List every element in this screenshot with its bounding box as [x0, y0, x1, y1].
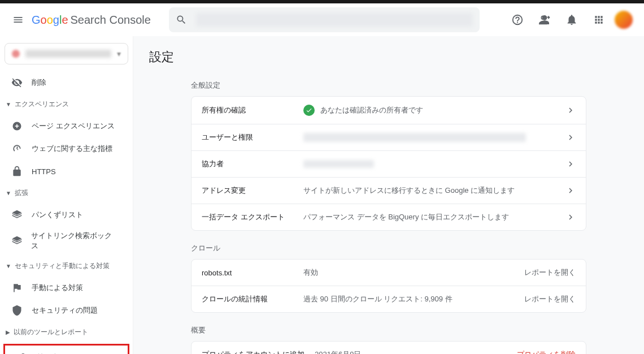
- chevron-right-icon: [565, 185, 576, 196]
- sidebar-item-core-web-vitals[interactable]: ウェブに関する主な指標: [0, 137, 126, 160]
- row-label: クロールの統計情報: [202, 294, 303, 304]
- chevron-right-icon: [565, 132, 576, 143]
- sidebar-label: リンク: [37, 352, 59, 354]
- check-icon: [303, 105, 315, 116]
- notifications-button[interactable]: [560, 8, 583, 31]
- sidebar-item-remove[interactable]: 削除: [0, 71, 126, 94]
- speedometer-icon: [10, 142, 24, 156]
- row-label: ユーザーと権限: [202, 132, 303, 143]
- row-bulk-export[interactable]: 一括データ エクスポート パフォーマンス データを BigQuery に毎日エク…: [192, 204, 586, 230]
- row-associates[interactable]: 協力者: [192, 150, 586, 177]
- highlight-annotation: リンク: [3, 344, 129, 354]
- row-crawl-stats[interactable]: クロールの統計情報 過去 90 日間のクロール リクエスト: 9,909 件 レ…: [192, 286, 586, 312]
- sidebar-item-security-issues[interactable]: セキュリティの問題: [0, 299, 126, 322]
- sidebar-label: セキュリティの問題: [32, 305, 98, 316]
- link-icon: [15, 350, 29, 354]
- sidebar-item-manual-actions[interactable]: 手動による対策: [0, 277, 126, 299]
- sidebar: ▾ 削除 ▼ エクスペリエンス ページ エクスペリエンス ウェブに関する主な指標…: [0, 36, 133, 354]
- property-favicon: [12, 50, 20, 58]
- property-selector[interactable]: ▾: [5, 43, 128, 64]
- value-redacted: [303, 160, 374, 168]
- header-actions: [506, 8, 637, 31]
- sidebar-section-experience[interactable]: ▼ エクスペリエンス: [0, 94, 133, 115]
- row-value-text: 2021年6月9日: [315, 349, 517, 354]
- overview-card: プロパティをアカウントに追加 2021年6月9日 プロパティを削除: [191, 341, 586, 354]
- row-label: robots.txt: [202, 269, 303, 277]
- search-icon: [176, 14, 187, 25]
- row-value-text: あなたは確認済みの所有者です: [320, 105, 423, 115]
- chevron-down-icon: ▼: [6, 190, 11, 196]
- sidebar-section-enhancements[interactable]: ▼ 拡張: [0, 183, 133, 204]
- layers-icon: [10, 234, 23, 248]
- sidebar-label: HTTPS: [32, 167, 56, 176]
- sidebar-item-sitelinks[interactable]: サイトリンク検索ボックス: [0, 226, 126, 256]
- open-report-link[interactable]: レポートを開く: [524, 267, 576, 278]
- flag-icon: [10, 281, 24, 295]
- sidebar-item-breadcrumbs[interactable]: パンくずリスト: [0, 204, 126, 226]
- row-ownership[interactable]: 所有権の確認 あなたは確認済みの所有者です: [192, 97, 586, 124]
- section-label: 以前のツールとレポート: [14, 327, 88, 337]
- property-name-redacted: [25, 50, 111, 58]
- sidebar-label: ウェブに関する主な指標: [32, 144, 112, 154]
- sidebar-item-page-experience[interactable]: ページ エクスペリエンス: [0, 115, 126, 137]
- row-label: プロパティをアカウントに追加: [202, 349, 315, 354]
- delete-property-link[interactable]: プロパティを削除: [517, 349, 576, 354]
- chevron-right-icon: ▶: [6, 329, 10, 335]
- section-label: セキュリティと手動による対策: [15, 261, 110, 271]
- sidebar-item-https[interactable]: HTTPS: [0, 160, 126, 183]
- search-input[interactable]: [169, 7, 480, 32]
- hide-icon: [10, 76, 24, 89]
- help-button[interactable]: [506, 8, 529, 31]
- chevron-right-icon: [565, 159, 576, 169]
- chevron-down-icon: ▼: [6, 101, 11, 107]
- row-value-text: 有効: [303, 267, 524, 278]
- hamburger-icon: [12, 14, 24, 25]
- main-content: 設定 全般設定 所有権の確認 あなたは確認済みの所有者です ユーザーと権限: [133, 36, 644, 354]
- section-title-overview: 概要: [191, 325, 586, 335]
- row-robots[interactable]: robots.txt 有効 レポートを開く: [192, 260, 586, 286]
- general-card: 所有権の確認 あなたは確認済みの所有者です ユーザーと権限 協力者: [191, 96, 586, 231]
- row-change-address[interactable]: アドレス変更 サイトが新しいアドレスに移行するときに Google に通知します: [192, 177, 586, 204]
- bell-icon: [565, 14, 578, 26]
- section-title-crawl: クロール: [191, 243, 586, 253]
- search-container: [169, 7, 480, 32]
- apps-button[interactable]: [588, 8, 610, 31]
- sidebar-section-security[interactable]: ▼ セキュリティと手動による対策: [0, 256, 133, 277]
- section-label: エクスペリエンス: [15, 100, 69, 109]
- sidebar-label: 削除: [32, 77, 46, 88]
- sidebar-label: ページ エクスペリエンス: [32, 121, 115, 131]
- people-icon: [538, 14, 551, 26]
- row-property-added[interactable]: プロパティをアカウントに追加 2021年6月9日 プロパティを削除: [192, 342, 586, 354]
- logo: Google Search Console: [32, 14, 151, 27]
- sidebar-label: 手動による対策: [32, 283, 83, 293]
- circle-plus-icon: [10, 119, 24, 133]
- account-button[interactable]: [533, 8, 556, 31]
- crawl-card: robots.txt 有効 レポートを開く クロールの統計情報 過去 90 日間…: [191, 259, 586, 313]
- chevron-down-icon: ▾: [117, 49, 121, 58]
- layers-icon: [10, 208, 24, 222]
- chevron-right-icon: [565, 212, 576, 222]
- row-users-permissions[interactable]: ユーザーと権限: [192, 124, 586, 150]
- lock-icon: [10, 165, 24, 178]
- row-value-text: 過去 90 日間のクロール リクエスト: 9,909 件: [303, 294, 524, 304]
- open-report-link[interactable]: レポートを開く: [524, 294, 576, 304]
- sidebar-section-legacy[interactable]: ▶ 以前のツールとレポート: [0, 322, 133, 343]
- row-value-text: パフォーマンス データを BigQuery に毎日エクスポートします: [303, 212, 556, 222]
- apps-grid-icon: [593, 14, 604, 25]
- sidebar-item-links[interactable]: リンク: [5, 346, 121, 354]
- value-redacted: [303, 133, 526, 142]
- row-label: アドレス変更: [202, 185, 303, 196]
- search-value-redacted: [196, 13, 473, 27]
- page-title: 設定: [149, 49, 628, 66]
- section-title-general: 全般設定: [191, 80, 586, 90]
- chevron-right-icon: [565, 105, 576, 115]
- section-label: 拡張: [15, 188, 28, 198]
- row-label: 一括データ エクスポート: [202, 212, 303, 222]
- help-icon: [511, 14, 524, 26]
- sidebar-label: サイトリンク検索ボックス: [31, 231, 117, 251]
- app-header: Google Search Console: [0, 3, 644, 36]
- row-value-text: サイトが新しいアドレスに移行するときに Google に通知します: [303, 185, 556, 196]
- row-label: 所有権の確認: [202, 105, 303, 115]
- menu-button[interactable]: [7, 8, 29, 31]
- avatar[interactable]: [615, 11, 633, 29]
